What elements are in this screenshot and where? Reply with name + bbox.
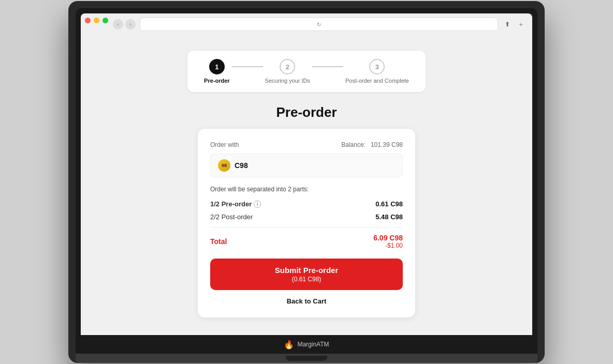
screen-bezel: ‹ › ↻ ⬆ ＋ 1 Pre-order xyxy=(76,8,537,354)
step-2-label: Securing your IDs xyxy=(265,78,310,84)
submit-btn-sub: (0.61 C98) xyxy=(292,276,322,283)
step-2-circle: 2 xyxy=(280,59,295,74)
address-bar[interactable]: ↻ xyxy=(140,18,498,31)
total-row: Total 6.09 C98 -$1.00 xyxy=(210,234,403,249)
pre-order-row: 1/2 Pre-order i 0.61 C98 xyxy=(210,200,403,208)
order-parts-label: Order will be separated into 2 parts: xyxy=(210,186,403,193)
laptop-notch xyxy=(286,356,327,361)
balance-display: Balance: 101.39 C98 xyxy=(341,141,403,148)
page-title: Pre-order xyxy=(276,104,337,120)
laptop-frame: ‹ › ↻ ⬆ ＋ 1 Pre-order xyxy=(68,1,545,363)
step-1-label: Pre-order xyxy=(204,78,230,84)
taskbar-app-label: MarginATM xyxy=(297,341,329,348)
share-icon[interactable]: ⬆ xyxy=(502,19,513,29)
taskbar-app-icon: 🔥 xyxy=(284,340,294,350)
order-card: Order with Balance: 101.39 C98 98 C98 Or… xyxy=(198,129,415,317)
browser-toolbar: ‹ › ↻ ⬆ ＋ xyxy=(81,13,532,35)
pre-order-info-icon[interactable]: i xyxy=(254,201,261,208)
progress-stepper: 1 Pre-order 2 Securing your IDs 3 Pos xyxy=(187,51,426,92)
step-line-2 xyxy=(312,66,343,67)
submit-preorder-button[interactable]: Submit Pre-order (0.61 C98) xyxy=(210,259,403,290)
step-3: 3 Post-order and Complete xyxy=(345,59,409,84)
traffic-lights xyxy=(85,18,108,23)
total-discount: -$1.00 xyxy=(373,242,403,249)
step-3-circle: 3 xyxy=(369,59,385,74)
divider xyxy=(210,227,403,228)
post-order-label: 2/2 Post-order xyxy=(210,213,253,221)
post-order-value: 5.48 C98 xyxy=(375,213,403,221)
forward-nav-button[interactable]: › xyxy=(125,19,136,29)
step-line-1 xyxy=(232,66,263,67)
step-1: 1 Pre-order xyxy=(204,59,230,84)
order-with-label: Order with xyxy=(210,141,239,148)
step-1-circle: 1 xyxy=(209,59,225,74)
step-3-label: Post-order and Complete xyxy=(345,78,409,84)
taskbar: 🔥 MarginATM xyxy=(81,335,532,354)
browser-action-buttons: ⬆ ＋ xyxy=(502,19,526,29)
token-icon: 98 xyxy=(218,159,230,172)
pre-order-value: 0.61 C98 xyxy=(375,200,403,208)
add-tab-icon[interactable]: ＋ xyxy=(516,19,526,29)
minimize-button[interactable] xyxy=(94,18,99,23)
pre-order-label: 1/2 Pre-order i xyxy=(210,200,261,208)
browser-content: 1 Pre-order 2 Securing your IDs 3 Pos xyxy=(81,35,532,335)
token-selector[interactable]: 98 C98 xyxy=(210,154,403,177)
close-button[interactable] xyxy=(85,18,91,23)
total-label: Total xyxy=(210,237,227,246)
order-header-row: Order with Balance: 101.39 C98 xyxy=(210,141,403,148)
total-values: 6.09 C98 -$1.00 xyxy=(373,234,403,249)
total-amount: 6.09 C98 xyxy=(373,234,403,242)
maximize-button[interactable] xyxy=(103,18,108,23)
step-2: 2 Securing your IDs xyxy=(265,59,310,84)
refresh-icon: ↻ xyxy=(317,22,321,27)
post-order-row: 2/2 Post-order 5.48 C98 xyxy=(210,213,403,221)
nav-controls: ‹ › xyxy=(113,19,136,29)
back-to-cart-link[interactable]: Back to Cart xyxy=(210,297,403,305)
laptop-bottom xyxy=(76,354,537,363)
token-name: C98 xyxy=(235,161,248,170)
back-nav-button[interactable]: ‹ xyxy=(113,19,123,29)
